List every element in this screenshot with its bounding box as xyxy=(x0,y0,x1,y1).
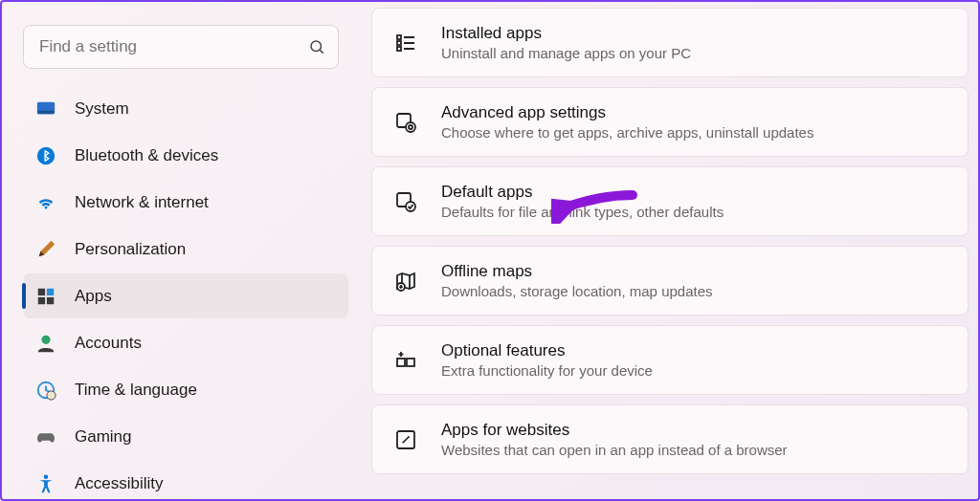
svg-point-12 xyxy=(44,474,49,479)
bluetooth-icon xyxy=(34,145,57,166)
svg-point-11 xyxy=(47,390,56,399)
sidebar-item-gaming[interactable]: Gaming xyxy=(23,414,348,459)
wifi-icon xyxy=(34,192,57,213)
svg-rect-15 xyxy=(397,41,401,45)
apps-for-websites-icon xyxy=(393,428,418,451)
svg-point-9 xyxy=(41,335,50,343)
card-desc: Choose where to get apps, archive apps, … xyxy=(441,124,813,141)
search-box xyxy=(23,25,339,69)
card-advanced-app-settings[interactable]: Advanced app settings Choose where to ge… xyxy=(371,87,969,157)
svg-rect-3 xyxy=(38,110,55,113)
svg-point-20 xyxy=(406,122,415,132)
sidebar-item-accounts[interactable]: Accounts xyxy=(23,320,348,365)
card-title: Apps for websites xyxy=(441,421,788,440)
accounts-icon xyxy=(34,333,57,354)
card-default-apps[interactable]: Default apps Defaults for file and link … xyxy=(371,166,969,236)
sidebar-item-network[interactable]: Network & internet xyxy=(23,180,348,225)
sidebar-item-system[interactable]: System xyxy=(23,86,348,131)
installed-apps-icon xyxy=(393,32,418,54)
apps-icon xyxy=(34,286,57,307)
sidebar-item-label: Network & internet xyxy=(75,193,209,212)
card-title: Optional features xyxy=(441,341,653,360)
sidebar-item-label: Accessibility xyxy=(75,474,164,493)
system-icon xyxy=(34,98,57,120)
main-panel: Installed apps Uninstall and manage apps… xyxy=(362,2,978,499)
search-input[interactable] xyxy=(23,25,339,69)
svg-rect-7 xyxy=(38,296,45,303)
sidebar-item-apps[interactable]: Apps xyxy=(23,273,348,318)
brush-icon xyxy=(34,239,57,260)
card-offline-maps[interactable]: Offline maps Downloads, storage location… xyxy=(371,246,969,316)
sidebar-item-accessibility[interactable]: Accessibility xyxy=(23,461,348,501)
card-title: Default apps xyxy=(441,183,724,202)
card-desc: Websites that can open in an app instead… xyxy=(441,442,788,458)
search-icon xyxy=(308,38,325,55)
svg-rect-5 xyxy=(38,288,45,294)
svg-point-0 xyxy=(311,41,322,52)
card-optional-features[interactable]: Optional features Extra functionality fo… xyxy=(371,325,969,395)
svg-rect-13 xyxy=(397,35,401,39)
sidebar-item-label: Gaming xyxy=(75,427,132,447)
card-title: Offline maps xyxy=(441,262,713,281)
sidebar-item-bluetooth[interactable]: Bluetooth & devices xyxy=(23,133,348,178)
card-title: Installed apps xyxy=(441,24,691,43)
svg-rect-28 xyxy=(407,359,414,366)
offline-maps-icon xyxy=(393,270,418,293)
gaming-icon xyxy=(34,426,57,447)
card-desc: Uninstall and manage apps on your PC xyxy=(441,45,691,61)
svg-rect-27 xyxy=(397,359,405,366)
time-language-icon xyxy=(34,380,57,401)
accessibility-icon xyxy=(34,473,57,494)
svg-rect-8 xyxy=(47,296,54,303)
card-installed-apps[interactable]: Installed apps Uninstall and manage apps… xyxy=(371,8,969,77)
advanced-app-settings-icon xyxy=(393,111,418,134)
card-desc: Defaults for file and link types, other … xyxy=(441,204,724,220)
sidebar-item-personalization[interactable]: Personalization xyxy=(23,227,348,272)
card-desc: Extra functionality for your device xyxy=(441,362,653,379)
svg-rect-6 xyxy=(47,288,54,294)
card-desc: Downloads, storage location, map updates xyxy=(441,283,713,299)
svg-line-1 xyxy=(320,50,323,53)
sidebar-nav: System Bluetooth & devices Network & int… xyxy=(23,86,348,501)
sidebar: System Bluetooth & devices Network & int… xyxy=(2,2,362,499)
sidebar-item-label: Accounts xyxy=(75,334,142,353)
sidebar-item-time-language[interactable]: Time & language xyxy=(23,367,348,412)
sidebar-item-label: Apps xyxy=(75,287,112,306)
optional-features-icon xyxy=(393,349,418,372)
sidebar-item-label: System xyxy=(75,99,129,119)
sidebar-item-label: Bluetooth & devices xyxy=(75,146,218,165)
card-apps-for-websites[interactable]: Apps for websites Websites that can open… xyxy=(371,404,969,474)
default-apps-icon xyxy=(393,190,418,213)
sidebar-item-label: Time & language xyxy=(75,381,197,400)
sidebar-item-label: Personalization xyxy=(75,240,186,259)
card-title: Advanced app settings xyxy=(441,103,813,122)
svg-rect-17 xyxy=(397,47,401,51)
